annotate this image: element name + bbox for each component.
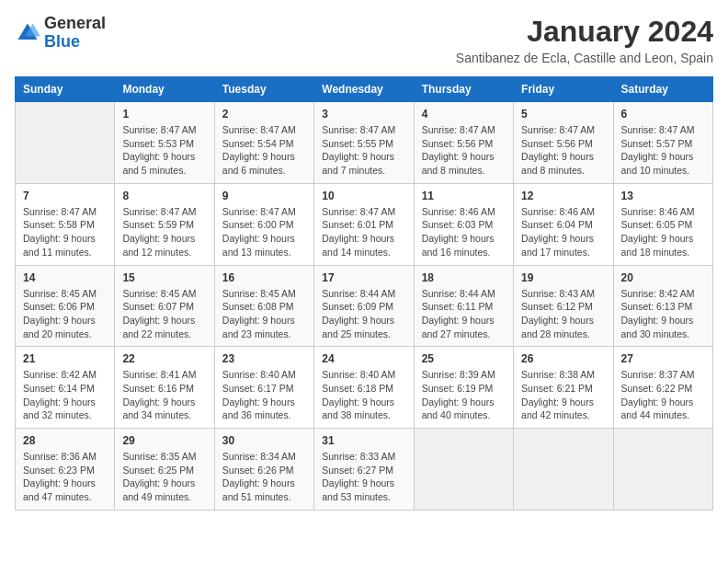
calendar-cell: 31Sunrise: 8:33 AM Sunset: 6:27 PM Dayli…	[314, 429, 414, 511]
weekday-header-cell: Friday	[514, 77, 613, 102]
day-number: 13	[621, 190, 705, 202]
day-number: 24	[322, 352, 405, 365]
calendar-cell: 16Sunrise: 8:45 AM Sunset: 6:08 PM Dayli…	[214, 265, 313, 347]
calendar-cell: 22Sunrise: 8:41 AM Sunset: 6:16 PM Dayli…	[115, 347, 214, 429]
calendar-cell: 9Sunrise: 8:47 AM Sunset: 6:00 PM Daylig…	[214, 183, 313, 265]
day-number: 10	[322, 190, 405, 202]
day-number: 15	[122, 271, 206, 284]
day-info: Sunrise: 8:38 AM Sunset: 6:21 PM Dayligh…	[521, 368, 605, 422]
day-number: 4	[422, 108, 506, 121]
calendar-body: 1Sunrise: 8:47 AM Sunset: 5:53 PM Daylig…	[16, 102, 713, 511]
day-info: Sunrise: 8:46 AM Sunset: 6:04 PM Dayligh…	[521, 205, 605, 259]
calendar-cell: 15Sunrise: 8:45 AM Sunset: 6:07 PM Dayli…	[115, 265, 214, 347]
day-number: 9	[222, 190, 306, 202]
logo-icon	[15, 20, 40, 46]
calendar-cell: 19Sunrise: 8:43 AM Sunset: 6:12 PM Dayli…	[514, 265, 613, 347]
day-info: Sunrise: 8:45 AM Sunset: 6:08 PM Dayligh…	[222, 287, 306, 341]
day-number: 25	[422, 352, 506, 365]
calendar-cell: 27Sunrise: 8:37 AM Sunset: 6:22 PM Dayli…	[613, 347, 712, 429]
logo-text: General Blue	[44, 15, 106, 52]
day-number: 5	[521, 108, 605, 121]
calendar-cell	[16, 102, 115, 184]
calendar-cell: 7Sunrise: 8:47 AM Sunset: 5:58 PM Daylig…	[16, 183, 115, 265]
day-info: Sunrise: 8:42 AM Sunset: 6:13 PM Dayligh…	[621, 287, 705, 341]
day-info: Sunrise: 8:42 AM Sunset: 6:14 PM Dayligh…	[23, 368, 107, 422]
day-number: 19	[521, 271, 605, 284]
day-number: 11	[422, 190, 506, 202]
calendar-cell: 8Sunrise: 8:47 AM Sunset: 5:59 PM Daylig…	[115, 183, 214, 265]
day-number: 30	[222, 434, 306, 447]
day-info: Sunrise: 8:47 AM Sunset: 5:56 PM Dayligh…	[521, 123, 605, 178]
calendar-week-row: 14Sunrise: 8:45 AM Sunset: 6:06 PM Dayli…	[16, 265, 713, 347]
day-info: Sunrise: 8:47 AM Sunset: 5:53 PM Dayligh…	[122, 123, 206, 178]
calendar-table: SundayMondayTuesdayWednesdayThursdayFrid…	[15, 76, 713, 511]
day-info: Sunrise: 8:36 AM Sunset: 6:23 PM Dayligh…	[23, 450, 107, 504]
day-number: 29	[122, 434, 206, 447]
day-number: 21	[23, 352, 107, 365]
calendar-cell: 23Sunrise: 8:40 AM Sunset: 6:17 PM Dayli…	[214, 347, 313, 429]
day-info: Sunrise: 8:34 AM Sunset: 6:26 PM Dayligh…	[222, 450, 306, 504]
calendar-cell: 4Sunrise: 8:47 AM Sunset: 5:56 PM Daylig…	[414, 102, 513, 184]
day-number: 22	[122, 352, 206, 365]
month-title: January 2024	[456, 15, 713, 49]
page-header: General Blue January 2024 Santibanez de …	[15, 15, 713, 65]
day-number: 26	[521, 352, 605, 365]
day-number: 1	[122, 108, 206, 121]
day-number: 27	[621, 352, 705, 365]
calendar-cell: 11Sunrise: 8:46 AM Sunset: 6:03 PM Dayli…	[414, 183, 513, 265]
day-info: Sunrise: 8:44 AM Sunset: 6:11 PM Dayligh…	[422, 287, 506, 341]
day-info: Sunrise: 8:45 AM Sunset: 6:06 PM Dayligh…	[23, 287, 107, 341]
calendar-cell: 1Sunrise: 8:47 AM Sunset: 5:53 PM Daylig…	[115, 102, 214, 184]
day-info: Sunrise: 8:47 AM Sunset: 5:57 PM Dayligh…	[621, 123, 705, 178]
day-info: Sunrise: 8:43 AM Sunset: 6:12 PM Dayligh…	[521, 287, 605, 341]
calendar-cell: 17Sunrise: 8:44 AM Sunset: 6:09 PM Dayli…	[314, 265, 414, 347]
day-info: Sunrise: 8:47 AM Sunset: 5:56 PM Dayligh…	[422, 123, 506, 178]
day-number: 20	[621, 271, 705, 284]
day-info: Sunrise: 8:40 AM Sunset: 6:18 PM Dayligh…	[322, 368, 405, 422]
calendar-cell: 3Sunrise: 8:47 AM Sunset: 5:55 PM Daylig…	[314, 102, 414, 184]
calendar-cell: 24Sunrise: 8:40 AM Sunset: 6:18 PM Dayli…	[314, 347, 414, 429]
day-info: Sunrise: 8:47 AM Sunset: 6:00 PM Dayligh…	[222, 205, 306, 259]
day-info: Sunrise: 8:37 AM Sunset: 6:22 PM Dayligh…	[621, 368, 705, 422]
calendar-cell: 28Sunrise: 8:36 AM Sunset: 6:23 PM Dayli…	[16, 429, 115, 511]
calendar-cell	[414, 429, 513, 511]
calendar-week-row: 28Sunrise: 8:36 AM Sunset: 6:23 PM Dayli…	[16, 429, 713, 511]
calendar-cell: 10Sunrise: 8:47 AM Sunset: 6:01 PM Dayli…	[314, 183, 414, 265]
day-number: 12	[521, 190, 605, 202]
title-area: January 2024 Santibanez de Ecla, Castill…	[456, 15, 713, 65]
day-info: Sunrise: 8:47 AM Sunset: 5:55 PM Dayligh…	[322, 123, 405, 178]
day-number: 6	[621, 108, 705, 121]
day-info: Sunrise: 8:33 AM Sunset: 6:27 PM Dayligh…	[322, 450, 405, 504]
weekday-header-cell: Wednesday	[314, 77, 414, 102]
calendar-cell: 13Sunrise: 8:46 AM Sunset: 6:05 PM Dayli…	[613, 183, 712, 265]
day-number: 23	[222, 352, 306, 365]
day-number: 16	[222, 271, 306, 284]
day-info: Sunrise: 8:35 AM Sunset: 6:25 PM Dayligh…	[122, 450, 206, 504]
day-number: 17	[322, 271, 405, 284]
calendar-cell: 18Sunrise: 8:44 AM Sunset: 6:11 PM Dayli…	[414, 265, 513, 347]
calendar-cell: 12Sunrise: 8:46 AM Sunset: 6:04 PM Dayli…	[514, 183, 613, 265]
calendar-cell: 29Sunrise: 8:35 AM Sunset: 6:25 PM Dayli…	[115, 429, 214, 511]
calendar-cell: 30Sunrise: 8:34 AM Sunset: 6:26 PM Dayli…	[214, 429, 313, 511]
calendar-cell: 6Sunrise: 8:47 AM Sunset: 5:57 PM Daylig…	[613, 102, 712, 184]
day-info: Sunrise: 8:41 AM Sunset: 6:16 PM Dayligh…	[122, 368, 206, 422]
day-info: Sunrise: 8:40 AM Sunset: 6:17 PM Dayligh…	[222, 368, 306, 422]
day-number: 8	[122, 190, 206, 202]
weekday-header-row: SundayMondayTuesdayWednesdayThursdayFrid…	[16, 77, 713, 102]
calendar-cell: 25Sunrise: 8:39 AM Sunset: 6:19 PM Dayli…	[414, 347, 513, 429]
day-info: Sunrise: 8:47 AM Sunset: 5:58 PM Dayligh…	[23, 205, 107, 259]
day-info: Sunrise: 8:47 AM Sunset: 6:01 PM Dayligh…	[322, 205, 405, 259]
weekday-header-cell: Tuesday	[214, 77, 313, 102]
weekday-header-cell: Monday	[115, 77, 214, 102]
day-info: Sunrise: 8:47 AM Sunset: 5:59 PM Dayligh…	[122, 205, 206, 259]
calendar-cell: 21Sunrise: 8:42 AM Sunset: 6:14 PM Dayli…	[16, 347, 115, 429]
day-number: 14	[23, 271, 107, 284]
day-number: 18	[422, 271, 506, 284]
weekday-header-cell: Saturday	[613, 77, 712, 102]
calendar-cell	[613, 429, 712, 511]
calendar-week-row: 1Sunrise: 8:47 AM Sunset: 5:53 PM Daylig…	[16, 102, 713, 184]
calendar-cell	[514, 429, 613, 511]
day-number: 31	[322, 434, 405, 447]
day-number: 2	[222, 108, 306, 121]
calendar-cell: 20Sunrise: 8:42 AM Sunset: 6:13 PM Dayli…	[613, 265, 712, 347]
